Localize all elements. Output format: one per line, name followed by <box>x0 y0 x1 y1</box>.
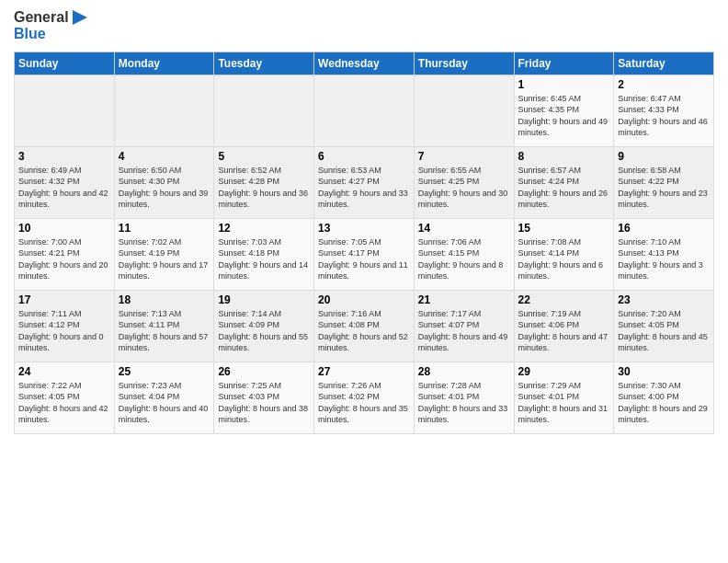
calendar-cell: 22Sunrise: 7:19 AM Sunset: 4:06 PM Dayli… <box>514 290 614 362</box>
calendar-cell: 12Sunrise: 7:03 AM Sunset: 4:18 PM Dayli… <box>214 218 314 290</box>
weekday-header-sunday: Sunday <box>15 52 115 75</box>
calendar-cell: 18Sunrise: 7:13 AM Sunset: 4:11 PM Dayli… <box>114 290 214 362</box>
day-number: 19 <box>218 293 310 306</box>
day-number: 11 <box>119 222 210 235</box>
weekday-header-saturday: Saturday <box>614 52 714 75</box>
day-number: 28 <box>418 365 510 378</box>
day-info: Sunrise: 7:17 AM Sunset: 4:07 PM Dayligh… <box>418 308 510 354</box>
day-number: 13 <box>318 222 410 235</box>
svg-marker-0 <box>73 10 87 25</box>
day-info: Sunrise: 7:25 AM Sunset: 4:03 PM Dayligh… <box>218 380 310 426</box>
day-number: 3 <box>18 150 110 163</box>
day-info: Sunrise: 6:50 AM Sunset: 4:30 PM Dayligh… <box>119 165 210 211</box>
calendar-cell: 26Sunrise: 7:25 AM Sunset: 4:03 PM Dayli… <box>214 362 314 433</box>
day-number: 10 <box>18 222 110 235</box>
day-number: 17 <box>18 293 110 306</box>
weekday-header-row: SundayMondayTuesdayWednesdayThursdayFrid… <box>15 52 714 75</box>
day-number: 9 <box>618 150 710 163</box>
day-number: 4 <box>119 150 210 163</box>
calendar-cell <box>114 75 214 146</box>
day-number: 14 <box>418 222 510 235</box>
day-number: 8 <box>518 150 610 163</box>
day-info: Sunrise: 7:00 AM Sunset: 4:21 PM Dayligh… <box>18 236 110 282</box>
day-info: Sunrise: 7:19 AM Sunset: 4:06 PM Dayligh… <box>518 308 610 354</box>
day-info: Sunrise: 7:30 AM Sunset: 4:00 PM Dayligh… <box>618 380 710 426</box>
calendar-cell: 13Sunrise: 7:05 AM Sunset: 4:17 PM Dayli… <box>314 218 415 290</box>
calendar-cell <box>15 75 115 146</box>
day-info: Sunrise: 7:26 AM Sunset: 4:02 PM Dayligh… <box>318 380 410 426</box>
day-info: Sunrise: 7:10 AM Sunset: 4:13 PM Dayligh… <box>618 236 710 282</box>
calendar-week-row: 10Sunrise: 7:00 AM Sunset: 4:21 PM Dayli… <box>15 218 714 290</box>
day-info: Sunrise: 7:14 AM Sunset: 4:09 PM Dayligh… <box>218 308 310 354</box>
day-number: 16 <box>618 222 710 235</box>
day-number: 22 <box>518 293 610 306</box>
logo: General Blue <box>14 9 89 42</box>
main-container: General Blue SundayMondayTuesdayWednesda… <box>0 0 728 443</box>
weekday-header-monday: Monday <box>114 52 214 75</box>
day-info: Sunrise: 7:11 AM Sunset: 4:12 PM Dayligh… <box>18 308 110 354</box>
logo-general-text: General <box>14 9 69 26</box>
logo-flag-icon <box>71 9 89 26</box>
weekday-header-tuesday: Tuesday <box>214 52 314 75</box>
calendar-cell: 30Sunrise: 7:30 AM Sunset: 4:00 PM Dayli… <box>614 362 714 433</box>
calendar-cell: 4Sunrise: 6:50 AM Sunset: 4:30 PM Daylig… <box>114 146 214 218</box>
day-number: 25 <box>119 365 210 378</box>
day-info: Sunrise: 7:29 AM Sunset: 4:01 PM Dayligh… <box>518 380 610 426</box>
calendar-cell: 10Sunrise: 7:00 AM Sunset: 4:21 PM Dayli… <box>15 218 115 290</box>
calendar-cell: 28Sunrise: 7:28 AM Sunset: 4:01 PM Dayli… <box>414 362 514 433</box>
day-number: 27 <box>318 365 410 378</box>
day-number: 5 <box>218 150 310 163</box>
logo-blue-text: Blue <box>14 26 89 42</box>
calendar-cell: 3Sunrise: 6:49 AM Sunset: 4:32 PM Daylig… <box>15 146 115 218</box>
day-number: 1 <box>518 78 610 91</box>
day-number: 12 <box>218 222 310 235</box>
calendar-cell: 21Sunrise: 7:17 AM Sunset: 4:07 PM Dayli… <box>414 290 514 362</box>
calendar-cell: 29Sunrise: 7:29 AM Sunset: 4:01 PM Dayli… <box>514 362 614 433</box>
day-info: Sunrise: 6:52 AM Sunset: 4:28 PM Dayligh… <box>218 165 310 211</box>
day-info: Sunrise: 6:49 AM Sunset: 4:32 PM Dayligh… <box>18 165 110 211</box>
day-number: 15 <box>518 222 610 235</box>
day-number: 30 <box>618 365 710 378</box>
day-info: Sunrise: 7:22 AM Sunset: 4:05 PM Dayligh… <box>18 380 110 426</box>
calendar-cell: 2Sunrise: 6:47 AM Sunset: 4:33 PM Daylig… <box>614 75 714 146</box>
calendar-cell: 9Sunrise: 6:58 AM Sunset: 4:22 PM Daylig… <box>614 146 714 218</box>
calendar-cell: 27Sunrise: 7:26 AM Sunset: 4:02 PM Dayli… <box>314 362 415 433</box>
day-info: Sunrise: 7:02 AM Sunset: 4:19 PM Dayligh… <box>119 236 210 282</box>
calendar-cell: 5Sunrise: 6:52 AM Sunset: 4:28 PM Daylig… <box>214 146 314 218</box>
day-info: Sunrise: 6:53 AM Sunset: 4:27 PM Dayligh… <box>318 165 410 211</box>
day-number: 6 <box>318 150 410 163</box>
day-info: Sunrise: 7:05 AM Sunset: 4:17 PM Dayligh… <box>318 236 410 282</box>
calendar-week-row: 17Sunrise: 7:11 AM Sunset: 4:12 PM Dayli… <box>15 290 714 362</box>
day-info: Sunrise: 7:20 AM Sunset: 4:05 PM Dayligh… <box>618 308 710 354</box>
day-info: Sunrise: 6:55 AM Sunset: 4:25 PM Dayligh… <box>418 165 510 211</box>
day-number: 2 <box>618 78 710 91</box>
day-info: Sunrise: 7:16 AM Sunset: 4:08 PM Dayligh… <box>318 308 410 354</box>
day-number: 24 <box>18 365 110 378</box>
calendar-cell: 1Sunrise: 6:45 AM Sunset: 4:35 PM Daylig… <box>514 75 614 146</box>
day-number: 20 <box>318 293 410 306</box>
calendar-cell: 15Sunrise: 7:08 AM Sunset: 4:14 PM Dayli… <box>514 218 614 290</box>
day-info: Sunrise: 7:06 AM Sunset: 4:15 PM Dayligh… <box>418 236 510 282</box>
weekday-header-wednesday: Wednesday <box>314 52 415 75</box>
day-info: Sunrise: 7:03 AM Sunset: 4:18 PM Dayligh… <box>218 236 310 282</box>
calendar-cell: 7Sunrise: 6:55 AM Sunset: 4:25 PM Daylig… <box>414 146 514 218</box>
calendar-cell: 17Sunrise: 7:11 AM Sunset: 4:12 PM Dayli… <box>15 290 115 362</box>
calendar-cell: 24Sunrise: 7:22 AM Sunset: 4:05 PM Dayli… <box>15 362 115 433</box>
day-number: 18 <box>119 293 210 306</box>
calendar-cell <box>414 75 514 146</box>
calendar-cell: 23Sunrise: 7:20 AM Sunset: 4:05 PM Dayli… <box>614 290 714 362</box>
day-number: 23 <box>618 293 710 306</box>
day-info: Sunrise: 6:47 AM Sunset: 4:33 PM Dayligh… <box>618 93 710 139</box>
calendar-cell: 14Sunrise: 7:06 AM Sunset: 4:15 PM Dayli… <box>414 218 514 290</box>
calendar-cell: 25Sunrise: 7:23 AM Sunset: 4:04 PM Dayli… <box>114 362 214 433</box>
weekday-header-friday: Friday <box>514 52 614 75</box>
calendar-cell: 16Sunrise: 7:10 AM Sunset: 4:13 PM Dayli… <box>614 218 714 290</box>
day-info: Sunrise: 7:23 AM Sunset: 4:04 PM Dayligh… <box>119 380 210 426</box>
calendar-week-row: 1Sunrise: 6:45 AM Sunset: 4:35 PM Daylig… <box>15 75 714 146</box>
day-info: Sunrise: 6:58 AM Sunset: 4:22 PM Dayligh… <box>618 165 710 211</box>
day-info: Sunrise: 7:13 AM Sunset: 4:11 PM Dayligh… <box>119 308 210 354</box>
calendar-week-row: 3Sunrise: 6:49 AM Sunset: 4:32 PM Daylig… <box>15 146 714 218</box>
calendar-cell <box>214 75 314 146</box>
calendar-table: SundayMondayTuesdayWednesdayThursdayFrid… <box>14 52 714 434</box>
day-number: 7 <box>418 150 510 163</box>
